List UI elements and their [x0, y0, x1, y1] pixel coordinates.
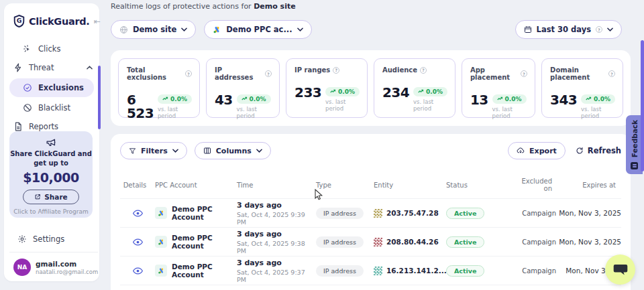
time-absolute: Sat, Oct 4, 2025 9:38 PM — [237, 240, 316, 255]
sidebar-item-exclusions[interactable]: Exclusions — [9, 78, 94, 97]
account-email: naatali.ro@gmail.com — [36, 269, 98, 275]
col-header-expires-at: Expires at — [557, 182, 621, 189]
stat-card-app-placement: App placement 13 0.0% vs. last period — [462, 58, 535, 118]
stat-value: 234 — [382, 86, 409, 99]
lightning-icon — [13, 63, 23, 72]
page-title-site: Demo site — [254, 2, 295, 11]
promo-amount: $10,000 — [9, 170, 93, 185]
refresh-icon — [576, 147, 584, 155]
stat-sub: vs. last period — [237, 106, 272, 119]
info-icon[interactable] — [420, 67, 427, 74]
megaphone-icon — [46, 137, 57, 147]
view-details-eye-icon[interactable] — [133, 238, 143, 246]
page-scrollbar[interactable] — [641, 40, 644, 171]
status-badge: Active — [446, 265, 484, 277]
view-details-eye-icon[interactable] — [133, 210, 143, 217]
clicks-icon — [23, 44, 32, 54]
chevron-down-icon — [181, 27, 187, 31]
sidebar-item-threat[interactable]: Threat — [4, 58, 99, 77]
info-icon[interactable] — [608, 70, 615, 77]
svg-text:G: G — [17, 17, 22, 24]
google-ads-icon — [155, 236, 167, 248]
share-button[interactable]: Share — [23, 190, 78, 204]
globe-icon — [119, 25, 128, 34]
sidebar-item-label: Blacklist — [38, 103, 93, 113]
col-header-type: Type — [316, 182, 374, 189]
view-details-eye-icon[interactable] — [133, 267, 143, 275]
account-switcher[interactable]: NA gmail.com naatali.ro@gmail.com — [13, 259, 97, 276]
table-header-row: Details PPC Account Time Type Entity Sta… — [120, 177, 621, 198]
type-badge: IP address — [316, 208, 364, 219]
col-header-excluded-on: Excluded on — [516, 177, 557, 192]
stat-sub: vs. last period — [325, 98, 360, 112]
stat-card-domain-placement: Domain placement 343 0.0% vs. last perio… — [541, 58, 623, 118]
trend-up-icon — [418, 89, 424, 94]
stat-label: Audience — [382, 66, 417, 74]
sidebar: G ClickGuard. ⇤ Clicks Threat Exclusions… — [4, 3, 99, 281]
promo-title: Share ClickGuard and get up to — [9, 149, 93, 167]
chevron-down-icon — [256, 149, 262, 153]
date-range-dropdown[interactable]: Last 30 days — [515, 20, 622, 39]
calendar-icon — [524, 25, 532, 33]
refresh-button[interactable]: Refresh — [576, 146, 621, 155]
trend-up-icon — [586, 96, 592, 101]
excluded-on-value: Campaign — [516, 210, 557, 217]
type-badge: IP address — [316, 236, 364, 248]
account-name: gmail.com — [36, 260, 98, 268]
stat-sub: vs. last period — [413, 98, 447, 112]
site-filter-dropdown[interactable]: Demo site — [111, 20, 196, 39]
time-relative: 3 days ago — [237, 230, 316, 238]
stat-delta-badge: 0.0% — [325, 87, 360, 96]
gear-icon — [17, 234, 27, 244]
time-absolute: Sat, Oct 4, 2025 9:37 PM — [237, 269, 316, 283]
help-icon — [596, 26, 602, 33]
stat-delta-badge: 0.0% — [581, 94, 615, 104]
table-row[interactable]: 3 days ago — [120, 285, 621, 290]
status-badge: Active — [446, 208, 484, 219]
stat-label: IP addresses — [215, 66, 262, 81]
col-header-ppc: PPC Account — [155, 182, 237, 189]
expires-at-value: Mon, Nov 3, 2025 — [557, 238, 621, 246]
export-button[interactable]: Export — [508, 142, 566, 159]
divider — [9, 252, 98, 252]
sidebar-scrollbar[interactable] — [98, 66, 101, 129]
sidebar-item-blacklist[interactable]: Blacklist — [4, 98, 99, 117]
page-title: Realtime logs of protective actions for … — [111, 2, 296, 11]
logs-table-panel: Filters Columns Export Refresh Details P… — [111, 134, 631, 290]
table-row[interactable]: Demo PPC Account 3 days agoSat, Oct 4, 2… — [120, 227, 621, 256]
columns-icon — [203, 147, 211, 155]
stat-label: App placement — [470, 66, 518, 81]
entity-value: 208.80.44.26 — [386, 238, 439, 246]
info-icon[interactable] — [521, 70, 527, 77]
info-icon[interactable] — [265, 70, 272, 77]
columns-dropdown[interactable]: Columns — [195, 142, 271, 159]
chevron-down-icon — [297, 27, 303, 31]
sidebar-menu: Clicks Threat Exclusions Blacklist Repor… — [4, 40, 99, 136]
stat-value: 13 — [470, 93, 488, 106]
affiliate-promo-card[interactable]: Share ClickGuard and get up to $10,000 S… — [9, 131, 93, 218]
entity-value: 203.75.47.28 — [386, 209, 439, 217]
status-badge: Active — [446, 236, 484, 248]
ppc-account-filter-dropdown[interactable]: Demo PPC ac... — [204, 20, 311, 39]
table-row[interactable]: Demo PPC Account 3 days agoSat, Oct 4, 2… — [120, 256, 621, 285]
feedback-chat-icon — [631, 162, 638, 169]
chat-widget-button[interactable] — [605, 255, 635, 285]
table-row[interactable]: Demo PPC Account 3 days agoSat, Oct 4, 2… — [120, 198, 621, 227]
sidebar-item-settings[interactable]: Settings — [13, 232, 68, 246]
col-header-entity: Entity — [374, 182, 446, 189]
trend-up-icon — [330, 89, 336, 94]
settings-label: Settings — [33, 234, 64, 244]
stat-delta-badge: 0.0% — [413, 87, 447, 96]
chevron-up-icon — [87, 66, 93, 70]
filters-dropdown[interactable]: Filters — [120, 142, 187, 159]
entity-value: 16.213.141.2... — [386, 267, 447, 275]
col-header-status: Status — [446, 182, 516, 189]
col-header-time: Time — [237, 182, 316, 189]
sidebar-collapse-icon[interactable]: ⇤ — [94, 17, 101, 26]
sidebar-item-clicks[interactable]: Clicks — [4, 40, 99, 58]
stat-delta-badge: 0.0% — [237, 94, 271, 104]
info-icon[interactable] — [333, 67, 339, 74]
entity-identicon — [374, 209, 382, 218]
info-icon[interactable] — [185, 70, 192, 77]
stat-delta-badge: 0.0% — [492, 94, 527, 104]
